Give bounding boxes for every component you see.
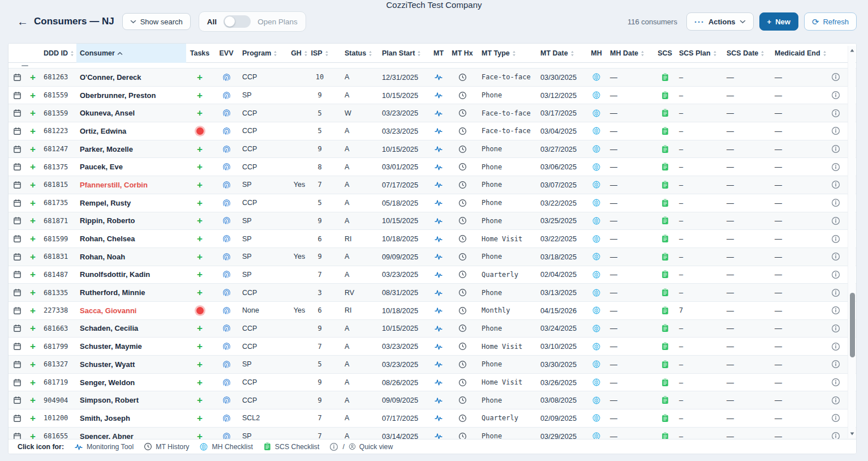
- calendar-icon[interactable]: [8, 248, 25, 266]
- evv-icon[interactable]: [213, 284, 239, 301]
- calendar-icon[interactable]: [8, 122, 25, 140]
- task-ok-icon[interactable]: +: [186, 87, 213, 104]
- mh-icon[interactable]: [585, 122, 608, 140]
- mt-icon[interactable]: [427, 302, 450, 319]
- scs-icon[interactable]: [654, 212, 676, 230]
- evv-icon[interactable]: [213, 266, 239, 284]
- task-ok-icon[interactable]: +: [186, 194, 213, 212]
- mh-icon[interactable]: [585, 302, 608, 319]
- task-ok-icon[interactable]: +: [186, 320, 213, 338]
- mt-hx-icon[interactable]: [450, 302, 475, 319]
- scs-icon[interactable]: [654, 104, 676, 122]
- table-row[interactable]: +904904Simpson, Robert+CCP9A09/09/2025Ph…: [8, 391, 856, 409]
- task-alert-icon[interactable]: [186, 302, 213, 319]
- mt-hx-icon[interactable]: [450, 158, 475, 176]
- add-icon[interactable]: +: [25, 230, 40, 247]
- mh-icon[interactable]: [585, 194, 608, 212]
- mh-icon[interactable]: [585, 104, 608, 122]
- calendar-icon[interactable]: [8, 158, 25, 176]
- mt-icon[interactable]: [427, 266, 450, 284]
- calendar-icon[interactable]: [8, 302, 25, 319]
- col-header-gh[interactable]: GH: [288, 44, 311, 63]
- mt-hx-icon[interactable]: [450, 428, 475, 440]
- col-header-ddd-id[interactable]: DDD ID: [40, 44, 76, 63]
- col-header-plan-start[interactable]: Plan Start: [373, 44, 427, 63]
- scs-icon[interactable]: [654, 248, 676, 266]
- table-row[interactable]: +681655Spencer, Abner+SP7A03/14/2025Phon…: [8, 428, 856, 440]
- info-icon[interactable]: [824, 122, 847, 140]
- calendar-icon[interactable]: [8, 212, 25, 230]
- table-row[interactable]: +681247Parker, Mozelle+CCP9A10/15/2025Ph…: [8, 140, 856, 159]
- mt-hx-icon[interactable]: [450, 140, 475, 158]
- task-ok-icon[interactable]: +: [186, 284, 213, 301]
- mh-icon[interactable]: [585, 158, 608, 176]
- mt-icon[interactable]: [427, 284, 450, 301]
- info-icon[interactable]: [824, 409, 847, 427]
- table-row[interactable]: +681263O'Conner, Dereck+CCP10A12/31/2025…: [8, 69, 856, 87]
- info-icon[interactable]: [824, 302, 847, 319]
- mt-hx-icon[interactable]: [450, 374, 475, 391]
- table-row[interactable]: +681487Runolfsdottir, Kadin+SP7A03/23/20…: [8, 266, 856, 284]
- table-row[interactable]: +681359Okuneva, Ansel+CCP5W03/23/2025Fac…: [8, 104, 856, 122]
- add-icon[interactable]: +: [25, 409, 40, 427]
- mt-hx-icon[interactable]: [450, 338, 475, 355]
- actions-button[interactable]: ··· Actions: [686, 12, 754, 31]
- scs-icon[interactable]: [654, 409, 676, 427]
- info-icon[interactable]: [824, 248, 847, 266]
- task-ok-icon[interactable]: +: [186, 428, 213, 440]
- mt-icon[interactable]: [427, 104, 450, 122]
- mh-icon[interactable]: [585, 87, 608, 104]
- mt-hx-icon[interactable]: [450, 176, 475, 194]
- mt-icon[interactable]: [427, 409, 450, 427]
- scroll-down-arrow[interactable]: [848, 430, 856, 437]
- mt-hx-icon[interactable]: [450, 122, 475, 140]
- mh-icon[interactable]: [585, 338, 608, 355]
- mh-icon[interactable]: [585, 266, 608, 284]
- table-row[interactable]: +681735Rempel, Rusty+CCP5A05/18/2025Phon…: [8, 194, 856, 212]
- info-icon[interactable]: [824, 284, 847, 301]
- mt-hx-icon[interactable]: [450, 391, 475, 409]
- mt-hx-icon[interactable]: [450, 212, 475, 230]
- add-icon[interactable]: +: [25, 194, 40, 212]
- task-ok-icon[interactable]: +: [186, 374, 213, 391]
- mt-icon[interactable]: [427, 428, 450, 440]
- add-icon[interactable]: +: [25, 176, 40, 194]
- calendar-icon[interactable]: [8, 356, 25, 373]
- calendar-icon[interactable]: [8, 338, 25, 355]
- mt-icon[interactable]: [427, 248, 450, 266]
- col-header-mt-date[interactable]: MT Date: [532, 44, 585, 63]
- task-alert-icon[interactable]: [186, 122, 213, 140]
- col-header-mt-type[interactable]: MT Type: [475, 44, 532, 63]
- plan-filter-toggle[interactable]: [224, 15, 251, 28]
- evv-icon[interactable]: [213, 140, 239, 158]
- info-icon[interactable]: [824, 338, 847, 355]
- table-row[interactable]: +681815Pfannerstill, Corbin+SPYes7A07/17…: [8, 176, 856, 194]
- mt-hx-icon[interactable]: [450, 104, 475, 122]
- info-icon[interactable]: [824, 176, 847, 194]
- mt-icon[interactable]: [427, 176, 450, 194]
- add-icon[interactable]: +: [25, 320, 40, 338]
- mh-icon[interactable]: [585, 140, 608, 158]
- table-row[interactable]: +681335Rutherford, Minnie+CCP3RV08/31/20…: [8, 284, 856, 302]
- mh-icon[interactable]: [585, 356, 608, 373]
- col-header-isp[interactable]: ISP: [311, 44, 329, 63]
- table-row[interactable]: +681375Paucek, Eve+CCP8A03/01/2025Phone0…: [8, 158, 856, 176]
- table-row[interactable]: +681871Rippin, Roberto+SP9A10/15/2025Pho…: [8, 212, 856, 231]
- mt-icon[interactable]: [427, 391, 450, 409]
- evv-icon[interactable]: [213, 194, 239, 212]
- info-icon[interactable]: [824, 356, 847, 373]
- info-icon[interactable]: [824, 158, 847, 176]
- info-icon[interactable]: [824, 194, 847, 212]
- scs-icon[interactable]: [654, 356, 676, 373]
- info-icon[interactable]: [824, 104, 847, 122]
- scs-icon[interactable]: [654, 158, 676, 176]
- add-icon[interactable]: +: [25, 248, 40, 266]
- add-icon[interactable]: +: [25, 374, 40, 391]
- info-icon[interactable]: [824, 69, 847, 86]
- task-ok-icon[interactable]: +: [186, 212, 213, 230]
- mt-hx-icon[interactable]: [450, 194, 475, 212]
- calendar-icon[interactable]: [8, 284, 25, 301]
- calendar-icon[interactable]: [8, 391, 25, 409]
- mt-hx-icon[interactable]: [450, 284, 475, 301]
- calendar-icon[interactable]: [8, 266, 25, 284]
